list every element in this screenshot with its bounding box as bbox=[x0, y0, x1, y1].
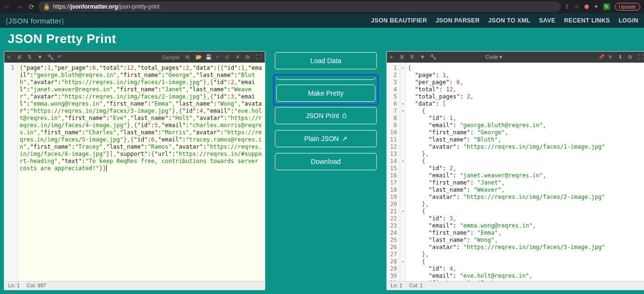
nav-recent-links[interactable]: RECENT LINKS bbox=[564, 17, 610, 24]
nav-login[interactable]: LOGIN bbox=[619, 17, 638, 24]
nav-json-beautifier[interactable]: JSON BEAUTIFIER bbox=[371, 17, 427, 24]
format-icon[interactable]: ≡ bbox=[390, 54, 396, 60]
copy-icon[interactable]: ⧉ bbox=[246, 54, 252, 60]
print-icon-inline: ⎙ bbox=[342, 112, 346, 120]
load-data-button[interactable]: Load Data bbox=[275, 52, 377, 69]
site-header: {JSON formatter} JSON BEAUTIFIER JSON PA… bbox=[0, 13, 644, 28]
output-editor[interactable]: 1234567891011121314151617181920212223242… bbox=[387, 63, 644, 281]
fullscreen-icon[interactable]: ⛶ bbox=[256, 54, 262, 60]
filter-icon[interactable]: ▼ bbox=[37, 54, 44, 60]
url-text: https://jsonformatter.org/json-pretty-pr… bbox=[53, 3, 159, 10]
input-gutter: 1 bbox=[4, 63, 18, 281]
clear-icon[interactable]: ✕ bbox=[236, 54, 242, 60]
main-area: ≡ ≣ ⇅ ▼ 🔧 ↶ Sample ⇆ 📂 💾 ✓ ⎙ ✕ ⧉ ⛶ 1 {"p… bbox=[0, 51, 644, 294]
output-ln: Ln: 1 bbox=[391, 283, 402, 289]
format-icon[interactable]: ≡ bbox=[7, 54, 13, 60]
bookmark-icon[interactable]: ☆ bbox=[574, 3, 579, 10]
update-button[interactable]: Update bbox=[615, 3, 640, 11]
input-col: Col: 997 bbox=[26, 283, 46, 289]
sample-label[interactable]: Sample bbox=[162, 54, 181, 60]
plain-json-button[interactable]: Plain JSON↗ bbox=[275, 130, 377, 147]
validate-icon[interactable]: ✓ bbox=[215, 54, 222, 60]
clear-icon[interactable]: ✕ bbox=[608, 54, 614, 60]
print-icon[interactable]: ⎙ bbox=[226, 54, 232, 60]
lock-icon: 🔒 bbox=[43, 3, 50, 10]
fullscreen-icon[interactable]: ⛶ bbox=[638, 54, 644, 60]
puzzle-icon[interactable]: ✦ bbox=[594, 3, 599, 10]
output-fold-col[interactable]: ▾▾▾▾▾▾ bbox=[400, 63, 406, 281]
repair-icon[interactable]: 🔧 bbox=[430, 54, 436, 60]
download-icon[interactable]: ⬇ bbox=[618, 54, 624, 60]
input-toolbar: ≡ ≣ ⇅ ▼ 🔧 ↶ Sample ⇆ 📂 💾 ✓ ⎙ ✕ ⧉ ⛶ bbox=[4, 52, 265, 63]
compact-icon[interactable]: ≣ bbox=[17, 54, 23, 60]
make-pretty-button[interactable]: Make Pretty bbox=[276, 85, 375, 102]
input-editor[interactable]: 1 {"page":1,"per_page":6,"total":12,"tot… bbox=[4, 63, 265, 281]
site-logo[interactable]: {JSON formatter} bbox=[6, 17, 64, 25]
nav-save[interactable]: SAVE bbox=[539, 17, 555, 24]
repair-icon[interactable]: 🔧 bbox=[47, 54, 54, 60]
nav-json-parser[interactable]: JSON PARSER bbox=[436, 17, 480, 24]
undo-icon[interactable]: ↶ bbox=[57, 54, 64, 60]
input-status: Ln: 1 Col: 997 bbox=[4, 281, 265, 290]
pin-icon[interactable]: 📌 bbox=[598, 54, 604, 60]
json-print-button[interactable]: JSON Print⎙ bbox=[275, 107, 377, 124]
nav-json-to-xml[interactable]: JSON TO XML bbox=[488, 17, 531, 24]
output-code[interactable]: { "page": 1, "per_page": 6, "total": 12,… bbox=[406, 63, 644, 281]
input-ln: Ln: 1 bbox=[8, 283, 20, 289]
browser-chrome: ← → ⟳ 🔒 https://jsonformatter.org/json-p… bbox=[0, 0, 644, 13]
reload-icon[interactable]: ⟳ bbox=[29, 3, 34, 11]
url-bar[interactable]: 🔒 https://jsonformatter.org/json-pretty-… bbox=[38, 1, 561, 12]
upload-icon[interactable]: ⇆ bbox=[185, 54, 192, 60]
output-status: Ln: 1 Col: 1 bbox=[387, 281, 644, 290]
external-link-icon: ↗ bbox=[342, 135, 348, 142]
sort-icon[interactable]: ⇅ bbox=[410, 54, 416, 60]
highlight-frame: Make Pretty bbox=[273, 74, 379, 105]
action-column: Load Data Make Pretty JSON Print⎙ Plain … bbox=[272, 51, 380, 290]
copy-icon[interactable]: ⧉ bbox=[628, 54, 634, 60]
download-button[interactable]: Download bbox=[275, 153, 377, 170]
compact-icon[interactable]: ≣ bbox=[400, 54, 406, 60]
output-toolbar: ≡ ≣ ⇅ ▼ 🔧 Code ▾ 📌 ✕ ⬇ ⧉ ⛶ bbox=[387, 52, 644, 63]
back-icon[interactable]: ← bbox=[4, 3, 11, 11]
nav-links: JSON BEAUTIFIER JSON PARSER JSON TO XML … bbox=[371, 17, 638, 24]
output-panel: ≡ ≣ ⇅ ▼ 🔧 Code ▾ 📌 ✕ ⬇ ⧉ ⛶ 1234567891011… bbox=[386, 51, 644, 290]
output-gutter: 1234567891011121314151617181920212223242… bbox=[387, 63, 400, 281]
mode-dropdown[interactable]: Code ▾ bbox=[486, 54, 504, 60]
extension-icon-1[interactable]: ⬣ bbox=[584, 3, 589, 10]
sort-icon[interactable]: ⇅ bbox=[27, 54, 34, 60]
forward-icon[interactable]: → bbox=[16, 3, 23, 11]
share-icon[interactable]: ⇪ bbox=[565, 3, 569, 10]
output-col: Col: 1 bbox=[409, 283, 423, 289]
input-panel: ≡ ≣ ⇅ ▼ 🔧 ↶ Sample ⇆ 📂 💾 ✓ ⎙ ✕ ⧉ ⛶ 1 {"p… bbox=[4, 51, 265, 290]
extension-icon-2[interactable]: h bbox=[603, 3, 610, 10]
filter-icon[interactable]: ▼ bbox=[420, 54, 426, 60]
input-code[interactable]: {"page":1,"per_page":6,"total":12,"total… bbox=[18, 63, 265, 281]
page-title: JSON Pretty Print bbox=[0, 28, 644, 51]
save-icon[interactable]: 💾 bbox=[205, 54, 212, 60]
hidden-button-edge bbox=[276, 77, 375, 80]
open-icon[interactable]: 📂 bbox=[195, 54, 202, 60]
